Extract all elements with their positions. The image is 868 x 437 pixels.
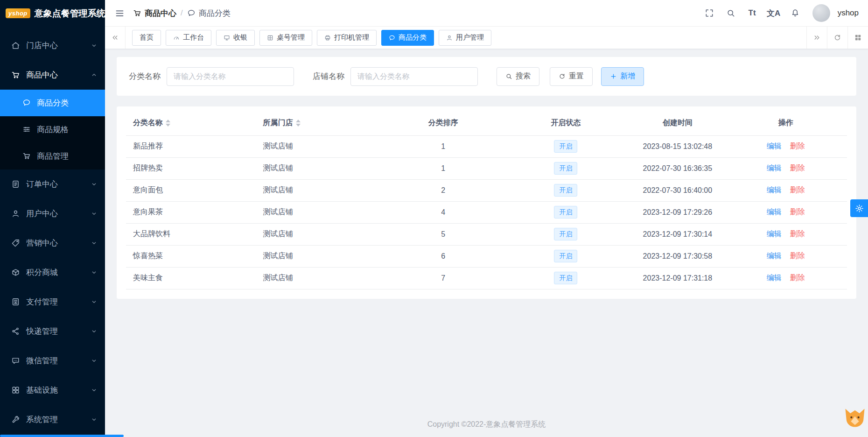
delete-link[interactable]: 删除 (790, 142, 805, 150)
tabs-scroll-left-icon[interactable] (105, 27, 126, 49)
sidebar-item-store-center[interactable]: 门店中心 (0, 31, 105, 60)
refresh-icon[interactable] (827, 27, 847, 49)
breadcrumb-item-product-center[interactable]: 商品中心 (133, 8, 176, 19)
tab-workbench[interactable]: 工作台 (166, 30, 211, 46)
tab-label: 桌号管理 (277, 33, 305, 42)
store-name-input[interactable] (350, 67, 478, 86)
bell-icon[interactable] (786, 4, 804, 22)
search-button[interactable]: 搜索 (497, 67, 539, 86)
comment-icon (187, 9, 196, 17)
delete-link[interactable]: 删除 (790, 164, 805, 172)
sidebar-item-product-manage[interactable]: 商品管理 (0, 143, 105, 169)
table-row: 大品牌饮料 测试店铺 5 开启 2023-12-09 17:30:14 编辑删除 (126, 223, 847, 245)
sidebar-item-payment-manage[interactable]: 支付管理 (0, 287, 105, 317)
edit-link[interactable]: 编辑 (767, 252, 782, 260)
actions-cell: 编辑删除 (724, 245, 847, 267)
settings-fab[interactable] (850, 199, 868, 217)
chevron-down-icon (91, 328, 98, 335)
tab-printer-manage[interactable]: 打印机管理 (317, 30, 377, 46)
delete-link[interactable]: 删除 (790, 274, 805, 282)
sidebar-item-label: 系统管理 (26, 414, 84, 425)
delete-link[interactable]: 删除 (790, 230, 805, 238)
comment-icon (389, 35, 395, 41)
sidebar-item-system-manage[interactable]: 系统管理 (0, 405, 105, 434)
created-cell: 2022-07-30 16:36:35 (630, 157, 724, 179)
monitor-icon (224, 35, 230, 41)
sidebar-item-label: 商品规格 (37, 124, 69, 135)
breadcrumb-label: 商品分类 (199, 8, 231, 19)
tab-product-category[interactable]: 商品分类 (381, 30, 434, 46)
chevron-down-icon (91, 298, 98, 305)
chevron-down-icon (91, 387, 98, 394)
sidebar-item-infrastructure[interactable]: 基础设施 (0, 375, 105, 405)
sort-cell: 2 (385, 179, 501, 201)
col-header-created: 创建时间 (630, 111, 724, 135)
col-header-store: 所属门店 (263, 111, 386, 135)
share-icon (11, 327, 20, 336)
table-row: 惊喜热菜 测试店铺 6 开启 2023-12-09 17:30:58 编辑删除 (126, 245, 847, 267)
created-cell: 2023-12-09 17:30:14 (630, 223, 724, 245)
search-icon[interactable] (722, 4, 740, 22)
tab-user-manage[interactable]: 用户管理 (439, 30, 491, 46)
tabs-options-grid-icon[interactable] (847, 27, 868, 49)
status-cell: 开启 (501, 245, 630, 267)
created-cell: 2023-12-09 17:29:26 (630, 201, 724, 223)
tab-label: 工作台 (183, 33, 204, 42)
tab-label: 打印机管理 (334, 33, 369, 42)
delete-link[interactable]: 删除 (790, 208, 805, 216)
sidebar-item-wechat-manage[interactable]: 微信管理 (0, 346, 105, 375)
username[interactable]: yshop (838, 8, 859, 18)
sidebar-item-points-mall[interactable]: 积分商城 (0, 258, 105, 287)
sidebar-item-label: 基础设施 (26, 385, 84, 395)
tab-cashier[interactable]: 收银 (216, 30, 255, 46)
edit-link[interactable]: 编辑 (767, 230, 782, 238)
table-row: 美味主食 测试店铺 7 开启 2023-12-09 17:31:18 编辑删除 (126, 267, 847, 289)
horizontal-scrollbar-thumb[interactable] (0, 435, 124, 437)
edit-link[interactable]: 编辑 (767, 208, 782, 216)
created-cell: 2023-12-09 17:31:18 (630, 267, 724, 289)
gear-icon (855, 204, 864, 213)
translate-icon[interactable]: 文A (765, 4, 783, 22)
sort-cell: 7 (385, 267, 501, 289)
store-cell: 测试店铺 (263, 179, 386, 201)
breadcrumb-label: 商品中心 (145, 8, 176, 19)
add-button[interactable]: 新增 (601, 67, 644, 86)
sidebar-item-express-manage[interactable]: 快递管理 (0, 317, 105, 346)
edit-link[interactable]: 编辑 (767, 274, 782, 282)
category-name-input[interactable] (167, 67, 294, 86)
tab-label: 商品分类 (399, 33, 427, 42)
user-icon (11, 209, 20, 218)
tab-table-manage[interactable]: 桌号管理 (259, 30, 312, 46)
tabs-scroll-right-icon[interactable] (806, 27, 827, 49)
reset-button[interactable]: 重置 (550, 67, 593, 86)
tab-home[interactable]: 首页 (132, 30, 161, 46)
sidebar-item-order-center[interactable]: 订单中心 (0, 169, 105, 199)
home-icon (11, 41, 20, 50)
edit-link[interactable]: 编辑 (767, 186, 782, 194)
sidebar-item-product-category[interactable]: 商品分类 (0, 90, 105, 116)
fullscreen-icon[interactable] (700, 4, 718, 22)
hamburger-menu-icon[interactable] (111, 4, 128, 22)
sidebar-item-product-spec[interactable]: 商品规格 (0, 116, 105, 143)
table-card: 分类名称 所属门店 分类排序 开启状态 创建时间 (117, 106, 856, 299)
sidebar-item-marketing-center[interactable]: 营销中心 (0, 228, 105, 258)
filter-card: 分类名称 店铺名称 搜索 重置 新增 (117, 57, 856, 96)
user-avatar[interactable] (812, 4, 830, 22)
sidebar-item-user-center[interactable]: 用户中心 (0, 199, 105, 228)
tab-label: 用户管理 (456, 33, 484, 42)
delete-link[interactable]: 删除 (790, 252, 805, 260)
edit-link[interactable]: 编辑 (767, 164, 782, 172)
order-icon (11, 180, 20, 189)
font-size-icon[interactable]: Tt (743, 4, 761, 22)
delete-link[interactable]: 删除 (790, 186, 805, 194)
sort-carets-icon[interactable] (296, 120, 301, 127)
sort-carets-icon[interactable] (166, 120, 170, 127)
breadcrumb-item-product-category[interactable]: 商品分类 (187, 8, 231, 19)
sidebar-item-product-center[interactable]: 商品中心 (0, 60, 105, 90)
mascot-widget[interactable] (843, 405, 867, 430)
sidebar-item-label: 商品中心 (26, 70, 84, 80)
sidebar-item-label: 订单中心 (26, 179, 84, 190)
category-name-label: 分类名称 (129, 71, 161, 82)
edit-link[interactable]: 编辑 (767, 142, 782, 150)
status-cell: 开启 (501, 157, 630, 179)
